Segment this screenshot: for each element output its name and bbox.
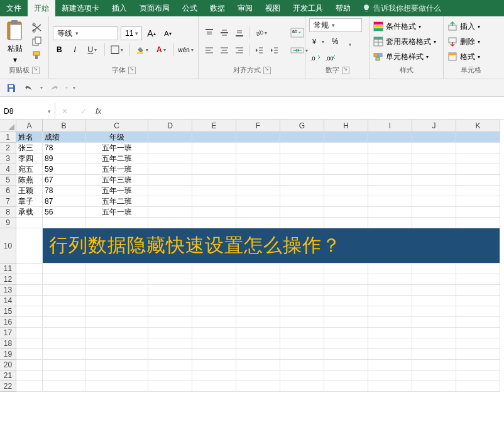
menu-tab-2[interactable]: 新建选项卡 bbox=[55, 0, 106, 16]
menu-tab-6[interactable]: 数据 bbox=[204, 0, 231, 16]
cell[interactable] bbox=[16, 296, 43, 306]
cell[interactable]: 87 bbox=[43, 196, 85, 207]
cell[interactable] bbox=[456, 164, 500, 175]
cell[interactable] bbox=[368, 274, 412, 285]
cell[interactable] bbox=[368, 338, 412, 349]
cell[interactable] bbox=[456, 175, 500, 186]
border-button[interactable]: ▾ bbox=[109, 43, 126, 57]
cell[interactable] bbox=[192, 360, 236, 370]
cell[interactable] bbox=[412, 338, 456, 349]
cell[interactable] bbox=[192, 196, 236, 207]
row-header-18[interactable]: 18 bbox=[0, 338, 16, 349]
cell[interactable] bbox=[236, 328, 280, 338]
cell[interactable] bbox=[412, 132, 456, 143]
col-header-G[interactable]: G bbox=[280, 120, 324, 132]
cell[interactable] bbox=[192, 132, 236, 143]
cell[interactable] bbox=[192, 328, 236, 338]
decrease-indent-button[interactable] bbox=[252, 43, 266, 57]
increase-indent-button[interactable] bbox=[267, 43, 281, 57]
cell[interactable] bbox=[148, 264, 192, 274]
cell[interactable] bbox=[192, 296, 236, 306]
cell[interactable] bbox=[324, 381, 368, 392]
cell[interactable]: 姓名 bbox=[16, 132, 43, 143]
cell[interactable] bbox=[192, 164, 236, 175]
cell-styles-button[interactable]: 单元格样式▾ bbox=[373, 50, 436, 64]
cell[interactable] bbox=[456, 285, 500, 296]
cell[interactable] bbox=[16, 228, 43, 264]
cell[interactable]: 78 bbox=[43, 186, 85, 196]
cell[interactable] bbox=[148, 328, 192, 338]
cell[interactable] bbox=[280, 196, 324, 207]
cell[interactable] bbox=[368, 264, 412, 274]
cell[interactable] bbox=[236, 196, 280, 207]
align-center-button[interactable] bbox=[217, 43, 231, 57]
cell[interactable] bbox=[324, 306, 368, 317]
cut-icon[interactable] bbox=[31, 23, 43, 33]
cell[interactable] bbox=[368, 153, 412, 164]
cell[interactable] bbox=[43, 370, 85, 381]
col-header-B[interactable]: B bbox=[43, 120, 85, 132]
font-color-button[interactable]: A▾ bbox=[153, 43, 170, 57]
cell[interactable] bbox=[192, 218, 236, 228]
cell[interactable] bbox=[412, 207, 456, 218]
cell[interactable] bbox=[43, 218, 85, 228]
cell[interactable] bbox=[280, 175, 324, 186]
cell[interactable] bbox=[324, 153, 368, 164]
format-as-table-button[interactable]: 套用表格格式▾ bbox=[373, 35, 436, 48]
decrease-font-button[interactable]: A▾ bbox=[161, 26, 175, 40]
font-dialog-launcher[interactable] bbox=[128, 67, 136, 74]
cell[interactable] bbox=[148, 196, 192, 207]
fx-label[interactable]: fx bbox=[93, 107, 104, 116]
menu-tab-9[interactable]: 开发工具 bbox=[287, 0, 329, 16]
row-header-19[interactable]: 19 bbox=[0, 349, 16, 360]
align-middle-button[interactable] bbox=[217, 26, 231, 40]
save-button[interactable] bbox=[5, 82, 18, 94]
undo-caret[interactable]: ▾ bbox=[40, 85, 43, 91]
cell[interactable] bbox=[16, 360, 43, 370]
cell[interactable] bbox=[324, 328, 368, 338]
row-header-4[interactable]: 4 bbox=[0, 164, 16, 175]
clipboard-dialog-launcher[interactable] bbox=[32, 67, 40, 74]
row-header-5[interactable]: 5 bbox=[0, 175, 16, 186]
cell[interactable] bbox=[280, 370, 324, 381]
cell[interactable] bbox=[280, 360, 324, 370]
cell[interactable] bbox=[148, 164, 192, 175]
cell[interactable] bbox=[412, 285, 456, 296]
menu-tab-10[interactable]: 帮助 bbox=[329, 0, 357, 16]
cell[interactable] bbox=[85, 317, 148, 328]
cell[interactable] bbox=[43, 328, 85, 338]
cell[interactable] bbox=[412, 381, 456, 392]
cell[interactable] bbox=[456, 218, 500, 228]
row-header-7[interactable]: 7 bbox=[0, 196, 16, 207]
cell[interactable] bbox=[148, 306, 192, 317]
cell[interactable] bbox=[368, 360, 412, 370]
cell[interactable] bbox=[43, 349, 85, 360]
align-top-button[interactable] bbox=[202, 26, 216, 40]
cell[interactable] bbox=[324, 338, 368, 349]
cell[interactable] bbox=[16, 274, 43, 285]
redo-button[interactable] bbox=[48, 82, 60, 94]
cell[interactable] bbox=[148, 296, 192, 306]
cell[interactable] bbox=[412, 164, 456, 175]
cell[interactable] bbox=[16, 381, 43, 392]
cell[interactable] bbox=[456, 274, 500, 285]
decrease-decimal-button[interactable]: .00 bbox=[324, 51, 338, 65]
cell[interactable] bbox=[456, 306, 500, 317]
cell[interactable] bbox=[192, 175, 236, 186]
cell[interactable] bbox=[85, 306, 148, 317]
cell[interactable] bbox=[85, 338, 148, 349]
cell[interactable] bbox=[148, 381, 192, 392]
align-right-button[interactable] bbox=[233, 43, 246, 57]
cell[interactable] bbox=[280, 381, 324, 392]
cell[interactable] bbox=[456, 186, 500, 196]
cell[interactable] bbox=[236, 164, 280, 175]
accounting-format-button[interactable]: ¥▾ bbox=[309, 35, 327, 48]
comma-button[interactable]: , bbox=[343, 35, 357, 48]
cell[interactable] bbox=[412, 349, 456, 360]
delete-cells-button[interactable]: 删除▾ bbox=[447, 35, 480, 48]
cell[interactable] bbox=[236, 306, 280, 317]
row-header-21[interactable]: 21 bbox=[0, 370, 16, 381]
cell[interactable] bbox=[324, 175, 368, 186]
cell[interactable] bbox=[43, 285, 85, 296]
cell[interactable] bbox=[148, 317, 192, 328]
